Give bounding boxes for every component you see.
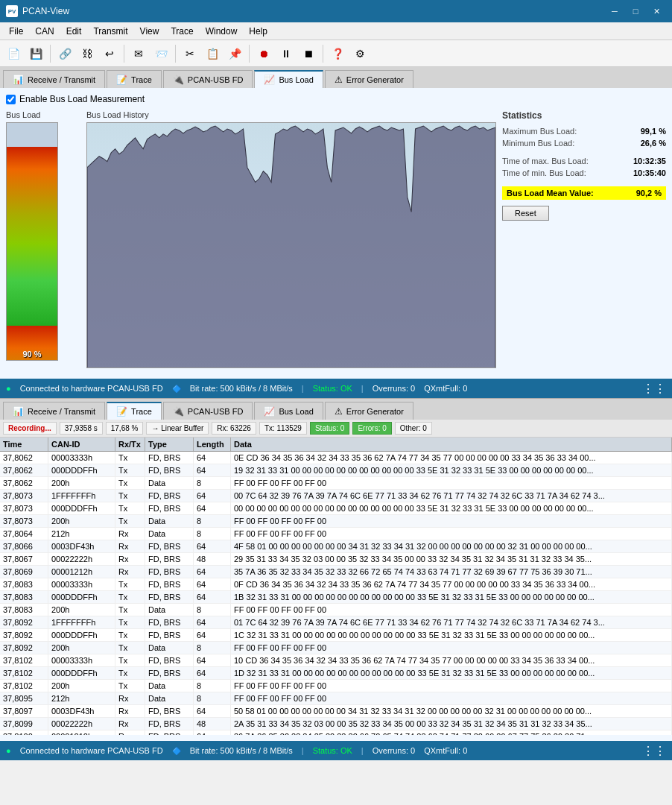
help-button[interactable]: ❓ — [327, 43, 348, 64]
cell-length: 8 — [194, 477, 231, 489]
table-row[interactable]: 37,8067 00022222h Rx FD, BRS 48 29 35 31… — [0, 553, 672, 566]
maximize-button[interactable]: □ — [626, 4, 645, 19]
copy-button[interactable]: 📋 — [202, 43, 223, 64]
cell-type: Data — [145, 604, 194, 616]
table-row[interactable]: 37,8073 200h Tx Data 8 FF 00 FF 00 FF 00… — [0, 515, 672, 528]
tab-error-generator[interactable]: ⚠ Error Generator — [325, 70, 413, 88]
bus-load-percentage: 90 % — [22, 350, 41, 359]
menu-trace[interactable]: Trace — [165, 25, 199, 38]
table-row[interactable]: 37,8097 0003DF43h Rx FD, BRS 64 50 58 01… — [0, 705, 672, 718]
stat-timemax-value: 10:32:35 — [633, 157, 666, 165]
cell-type: Data — [145, 680, 194, 692]
tab-trace-top[interactable]: 📝 Trace — [107, 70, 162, 88]
table-row[interactable]: 37,8102 00003333h Tx FD, BRS 64 10 CD 36… — [0, 654, 672, 667]
table-row[interactable]: 37,8073 000DDDFFh Tx FD, BRS 64 00 00 00… — [0, 502, 672, 515]
cell-canid: 00022222h — [48, 718, 115, 730]
cell-time: 37,8083 — [0, 604, 48, 616]
cell-time: 37,8066 — [0, 540, 48, 552]
tab-receive-transmit[interactable]: 📊 Receive / Transmit — [3, 70, 105, 88]
enable-label[interactable]: Enable Bus Load Measurement — [19, 94, 145, 104]
overruns-text: Overruns: 0 — [373, 384, 415, 393]
expand-btn-bottom[interactable]: ⋮⋮ — [642, 744, 666, 758]
tab-bus-load[interactable]: 📈 Bus Load — [254, 70, 323, 88]
link-button[interactable]: 🔗 — [54, 43, 75, 64]
msg2-button[interactable]: 📨 — [150, 43, 171, 64]
stat-timemax-label: Time of max. Bus Load: — [502, 157, 589, 165]
table-row[interactable]: 37,8069 00001212h Rx FD, BRS 64 35 7A 36… — [0, 566, 672, 578]
table-row[interactable]: 37,8092 1FFFFFFFh Tx FD, BRS 64 01 7C 64… — [0, 616, 672, 629]
expand-btn[interactable]: ⋮⋮ — [642, 382, 666, 396]
cell-type: FD, BRS — [145, 464, 194, 476]
close-button[interactable]: ✕ — [647, 4, 666, 19]
cell-data: FF 00 FF 00 FF 00 FF 00 — [231, 515, 672, 527]
msg-button[interactable]: ✉ — [128, 43, 149, 64]
table-row[interactable]: 37,8092 200h Tx Data 8 FF 00 FF 00 FF 00… — [0, 642, 672, 654]
enable-checkbox[interactable] — [6, 95, 16, 104]
unlink-button[interactable]: ⛓ — [77, 43, 98, 64]
cell-rxtx: Rx — [115, 692, 145, 704]
config-button[interactable]: ⚙ — [349, 43, 370, 64]
cell-type: FD, BRS — [145, 718, 194, 730]
table-row[interactable]: 37,8099 00022222h Rx FD, BRS 48 2A 35 31… — [0, 718, 672, 730]
tab-error-gen-bottom[interactable]: ⚠ Error Generator — [325, 402, 413, 420]
table-row[interactable]: 37,8062 200h Tx Data 8 FF 00 FF 00 FF 00… — [0, 477, 672, 490]
cell-canid: 200h — [48, 515, 115, 527]
stop-button[interactable]: ⏹ — [298, 43, 319, 64]
cell-length: 48 — [194, 718, 231, 730]
cell-length: 48 — [194, 553, 231, 565]
table-row[interactable]: 37,8062 00003333h Tx FD, BRS 64 0E CD 36… — [0, 452, 672, 464]
menu-edit[interactable]: Edit — [60, 25, 88, 38]
table-row[interactable]: 37,8083 200h Tx Data 8 FF 00 FF 00 FF 00… — [0, 604, 672, 616]
menu-transmit[interactable]: Transmit — [87, 25, 133, 38]
cell-type: Data — [145, 515, 194, 527]
tab-trace-bottom[interactable]: 📝 Trace — [107, 402, 162, 420]
table-row[interactable]: 37,8102 000DDDFFh Tx FD, BRS 64 1D 32 31… — [0, 667, 672, 680]
cell-length: 64 — [194, 654, 231, 666]
history-label: Bus Load History — [86, 110, 496, 119]
cell-time: 37,8102 — [0, 667, 48, 679]
cut-button[interactable]: ✂ — [180, 43, 200, 64]
cell-length: 64 — [194, 730, 231, 735]
menu-file[interactable]: File — [3, 25, 29, 38]
back-button[interactable]: ↩ — [99, 43, 120, 64]
col-header-data: Data — [231, 438, 672, 451]
top-tab-bar: 📊 Receive / Transmit 📝 Trace 🔌 PCAN-USB … — [0, 67, 672, 88]
menu-help[interactable]: Help — [243, 25, 273, 38]
minimize-button[interactable]: ─ — [605, 4, 624, 19]
table-row[interactable]: 37,8073 1FFFFFFFh Tx FD, BRS 64 00 7C 64… — [0, 490, 672, 502]
table-row[interactable]: 37,8095 212h Rx Data 8 FF 00 FF 00 FF 00… — [0, 692, 672, 705]
table-row[interactable]: 37,8062 000DDDFFh Tx FD, BRS 64 19 32 31… — [0, 464, 672, 477]
table-row[interactable]: 37,8083 00003333h Tx FD, BRS 64 0F CD 36… — [0, 578, 672, 591]
table-row[interactable]: 37,8083 000DDDFFh Tx FD, BRS 64 1B 32 31… — [0, 591, 672, 604]
table-body[interactable]: 37,8062 00003333h Tx FD, BRS 64 0E CD 36… — [0, 452, 672, 735]
tab-receive-transmit-bottom[interactable]: 📊 Receive / Transmit — [3, 402, 105, 420]
save-button[interactable]: 💾 — [25, 43, 46, 64]
status-sep-3: | — [302, 746, 304, 755]
table-row[interactable]: 37,8066 0003DF43h Rx FD, BRS 64 4F 58 01… — [0, 540, 672, 553]
table-row[interactable]: 37,8092 000DDDFFh Tx FD, BRS 64 1C 32 31… — [0, 629, 672, 642]
col-header-time: Time — [0, 438, 48, 451]
new-button[interactable]: 📄 — [3, 43, 24, 64]
menu-view[interactable]: View — [134, 25, 165, 38]
pause-button[interactable]: ⏸ — [276, 43, 297, 64]
table-row[interactable]: 37,8100 00001212h Rx FD, BRS 64 36 7A 36… — [0, 730, 672, 735]
menu-can[interactable]: CAN — [29, 25, 60, 38]
menu-window[interactable]: Window — [200, 25, 244, 38]
tab-error-icon-bottom: ⚠ — [335, 406, 343, 417]
cell-canid: 1FFFFFFFh — [48, 490, 115, 502]
tab-busload-label: Bus Load — [279, 75, 313, 84]
tab-bus-load-bottom[interactable]: 📈 Bus Load — [254, 402, 323, 420]
table-row[interactable]: 37,8064 212h Rx Data 8 FF 00 FF 00 FF 00… — [0, 528, 672, 540]
stat-max-row: Maximum Bus Load: 99,1 % — [502, 127, 666, 136]
tab-pcan-usb-fd-bottom[interactable]: 🔌 PCAN-USB FD — [163, 402, 253, 420]
tab-pcan-usb-fd[interactable]: 🔌 PCAN-USB FD — [163, 70, 253, 88]
paste-button[interactable]: 📌 — [224, 43, 245, 64]
status-text-bottom: Status: OK — [313, 746, 352, 755]
cell-data: 01 7C 64 32 39 76 7A 39 7A 74 6C 6E 77 7… — [231, 616, 672, 628]
record-button[interactable]: ⏺ — [253, 43, 274, 64]
cell-length: 64 — [194, 705, 231, 717]
cell-rxtx: Tx — [115, 464, 145, 476]
table-row[interactable]: 37,8102 200h Tx Data 8 FF 00 FF 00 FF 00… — [0, 680, 672, 692]
title-bar: PV PCAN-View ─ □ ✕ — [0, 0, 672, 22]
reset-button[interactable]: Reset — [502, 206, 549, 221]
